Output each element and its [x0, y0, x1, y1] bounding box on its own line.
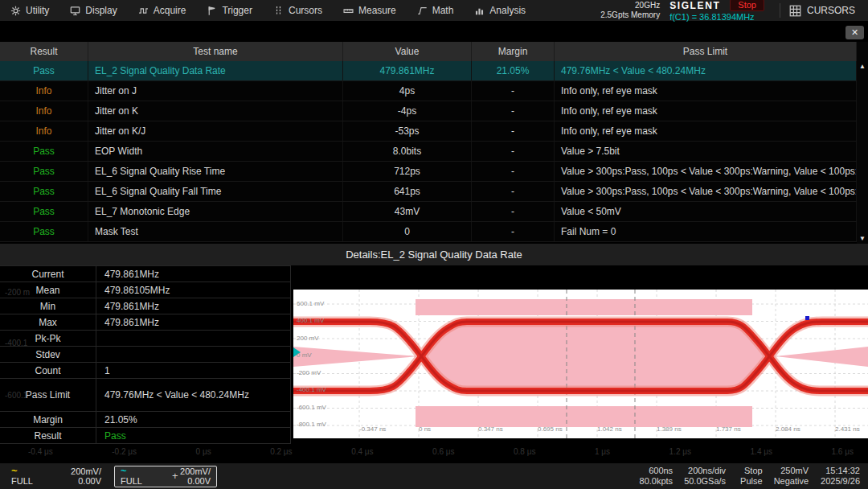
channel-chips: ~200mV/ FULL0.00V ~200mV/ FULL0.00V	[5, 466, 217, 487]
details-title: Details:EL_2 Signal Quality Data Rate	[0, 244, 868, 265]
table-row[interactable]: Info Jitter on J 4ps - Info only, ref ey…	[0, 81, 857, 101]
value-cell: 4ps	[343, 81, 472, 101]
time-label: 15:14:32	[821, 466, 860, 476]
menu-item[interactable]: Cursors	[263, 0, 333, 21]
scroll-down-icon[interactable]: ▼	[859, 235, 866, 242]
menu-item-label: Trigger	[222, 5, 252, 16]
test-name-cell: EL_6 Signal Quality Fall Time	[88, 182, 343, 201]
margin-cell: -	[472, 222, 555, 241]
details-value: 1	[96, 363, 290, 378]
acquire-icon	[138, 6, 149, 16]
bandwidth-label: 20GHz	[600, 1, 660, 10]
results-table-header: ResultTest nameValueMarginPass Limit	[0, 42, 857, 61]
channel-trace-icon: ~	[121, 466, 127, 476]
utility-icon	[10, 6, 21, 16]
value-cell: -4ps	[343, 101, 472, 121]
table-row[interactable]: Pass EL_7 Monotonic Edge 43mV - Value < …	[0, 202, 857, 222]
trigger-slope: Negative	[774, 476, 809, 487]
details-value: 479.76MHz < Value < 480.24MHz	[96, 379, 290, 411]
table-row[interactable]: Pass EL_6 Signal Quality Rise Time 712ps…	[0, 162, 857, 182]
value-cell: 8.0bits	[343, 142, 472, 161]
details-label: Pk-Pk	[0, 331, 96, 346]
oscilloscope-screen: Utility Display Acquire Trigger	[0, 0, 868, 489]
margin-cell: -	[472, 182, 555, 201]
run-state-button[interactable]: Stop	[730, 0, 764, 11]
table-row[interactable]: Pass EOP Width 8.0bits - Value > 7.5bit	[0, 142, 857, 162]
timebase-delay: 600ns	[640, 466, 674, 476]
details-value	[96, 347, 290, 362]
channel-chip[interactable]: ~200mV/ FULL0.00V	[114, 466, 217, 487]
menu-item-label: Cursors	[289, 5, 322, 16]
table-row[interactable]: Info Jitter on K -4ps - Info only, ref e…	[0, 101, 857, 121]
details-value: 479.861MHz	[96, 298, 290, 314]
memory-label: 2.5Gpts Memory	[600, 10, 660, 20]
value-cell: 712ps	[343, 162, 472, 181]
trigger-status[interactable]: Stop 250mV Pulse Negative	[735, 466, 814, 487]
table-row[interactable]: Pass EL_2 Signal Quality Data Rate 479.8…	[0, 61, 857, 81]
column-header: Result	[0, 42, 88, 61]
details-value: 479.861MHz	[96, 266, 290, 281]
margin-cell: 21.05%	[472, 61, 555, 80]
details-value	[96, 331, 290, 346]
details-label: Pass Limit	[0, 379, 96, 411]
table-row[interactable]: Info Jitter on K/J -53ps - Info only, re…	[0, 121, 857, 142]
result-cell: Pass	[0, 142, 88, 161]
details-row: Stdev	[0, 347, 291, 363]
results-table-body: Pass EL_2 Signal Quality Data Rate 479.8…	[0, 61, 857, 242]
menu-item[interactable]: Display	[59, 0, 127, 21]
value-cell: -53ps	[343, 121, 472, 141]
menu-item[interactable]: Analysis	[464, 0, 536, 21]
scrollbar[interactable]: ▲ ▼	[857, 42, 868, 244]
menu-bar: Utility Display Acquire Trigger	[0, 0, 868, 22]
column-header: Test name	[88, 42, 343, 61]
pass-limit-cell: Info only, ref eye mask	[555, 81, 857, 101]
test-name-cell: EL_6 Signal Quality Rise Time	[88, 162, 343, 181]
menu-item[interactable]: Math	[407, 0, 465, 21]
timebase-status[interactable]: 600ns 200ns/div 80.0kpts 50.0GSa/s	[634, 466, 732, 487]
details-label: Count	[0, 363, 96, 378]
test-name-cell: Jitter on K/J	[88, 121, 343, 141]
test-name-cell: Jitter on J	[88, 81, 343, 101]
brand-block: SIGLENT Stop f(C1) = 36.81394MHz	[669, 0, 764, 22]
cursors-button[interactable]: CURSORS	[789, 5, 868, 17]
details-label: Result	[0, 428, 96, 443]
margin-cell: -	[472, 162, 555, 181]
date-label: 2025/9/26	[821, 476, 860, 487]
menu-item[interactable]: Measure	[333, 0, 407, 21]
result-cell: Pass	[0, 202, 88, 221]
menu-item[interactable]: Acquire	[128, 0, 197, 21]
channel-scale: 200mV/	[180, 466, 211, 476]
scroll-up-icon[interactable]: ▲	[859, 63, 866, 70]
details-row: Count 1	[0, 363, 291, 379]
eye-diagram-plot	[293, 290, 868, 438]
column-header: Value	[343, 42, 472, 61]
timebase-points: 80.0kpts	[640, 476, 674, 487]
menu-item[interactable]: Trigger	[196, 0, 263, 21]
margin-cell: -	[472, 81, 555, 101]
menu-item[interactable]: Utility	[0, 0, 59, 21]
details-row: Pass Limit 479.76MHz < Value < 480.24MHz	[0, 379, 291, 412]
value-cell: 43mV	[343, 202, 472, 221]
details-row: Current 479.861MHz	[0, 266, 291, 282]
column-header: Margin	[472, 42, 555, 61]
details-value: 479.86105MHz	[96, 282, 290, 298]
channel-bandwidth: FULL	[121, 476, 142, 486]
menubar-status: 20GHz 2.5Gpts Memory SIGLENT Stop f(C1) …	[600, 0, 868, 21]
close-icon[interactable]: ✕	[845, 26, 864, 39]
margin-cell: -	[472, 101, 555, 121]
eye-diagram: 600.1 mV400.1 mV200 mV0 mV-200 mV-400.1 …	[293, 290, 868, 438]
margin-cell: -	[472, 202, 555, 221]
table-row[interactable]: Pass Mask Test 0 - Fail Num = 0	[0, 222, 857, 242]
result-cell: Pass	[0, 61, 88, 80]
pass-limit-cell: Info only, ref eye mask	[555, 101, 857, 121]
channel-offset: 0.00V	[78, 476, 101, 486]
value-cell: 479.861MHz	[343, 61, 472, 80]
column-header: Pass Limit	[555, 42, 857, 61]
details-value: 479.861MHz	[96, 314, 290, 330]
pass-limit-cell: Fail Num = 0	[555, 222, 857, 241]
table-row[interactable]: Pass EL_6 Signal Quality Fall Time 641ps…	[0, 182, 857, 202]
test-name-cell: EL_2 Signal Quality Data Rate	[88, 61, 343, 80]
margin-cell: -	[472, 121, 555, 141]
details-value: 21.05%	[96, 412, 290, 427]
channel-chip[interactable]: ~200mV/ FULL0.00V	[5, 466, 108, 487]
